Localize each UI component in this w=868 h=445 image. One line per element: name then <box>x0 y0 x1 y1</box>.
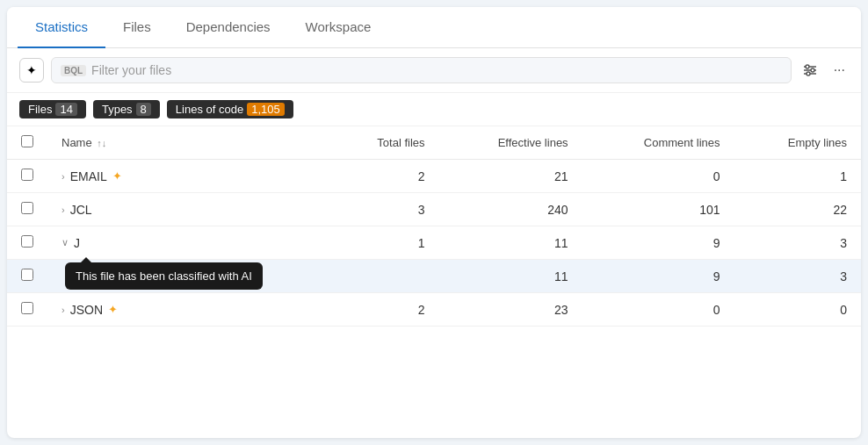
filter-input-wrapper[interactable]: BQL Filter your files <box>51 57 792 83</box>
row-name-cell: › JCL <box>47 193 329 226</box>
pills-row: Files 14 Types 8 Lines of code 1,105 <box>7 93 861 126</box>
effective-lines-cell: 11 <box>439 226 582 260</box>
comment-lines-cell: 101 <box>582 193 734 226</box>
empty-lines-cell: 22 <box>734 193 861 226</box>
filter-placeholder: Filter your files <box>91 63 171 77</box>
table-row: 🗋 _arrayEach ✦ 11 9 3 <box>7 260 861 293</box>
row-checkbox[interactable] <box>21 235 33 248</box>
svg-point-5 <box>807 72 810 75</box>
file-table: Name ↑↓ Total files Effective lines Comm… <box>7 126 861 327</box>
empty-lines-cell: 0 <box>734 293 861 327</box>
comment-lines-cell: 0 <box>582 160 734 193</box>
filter-actions: ··· <box>799 59 849 82</box>
tab-bar: Statistics Files Dependencies Workspace <box>7 7 861 48</box>
row-checkbox-cell[interactable] <box>7 193 47 226</box>
ai-sparkle-icon: ✦ <box>112 169 122 183</box>
empty-lines-cell: 1 <box>734 160 861 193</box>
name-sort-icon: ↑↓ <box>97 138 106 148</box>
row-checkbox[interactable] <box>21 202 33 214</box>
tab-files[interactable]: Files <box>105 7 169 48</box>
name-column-header[interactable]: Name ↑↓ <box>47 126 329 160</box>
comment-lines-cell: 0 <box>582 293 734 327</box>
file-icon: 🗋 <box>79 269 92 284</box>
total-files-cell: 1 <box>329 226 439 260</box>
total-files-cell <box>329 260 439 293</box>
row-checkbox[interactable] <box>21 269 33 281</box>
row-checkbox-cell[interactable] <box>7 293 47 327</box>
row-name-cell: › JSON ✦ <box>47 293 329 327</box>
effective-lines-cell: 23 <box>439 293 582 327</box>
pill-types[interactable]: Types 8 <box>93 100 160 118</box>
more-options-button[interactable]: ··· <box>830 59 849 82</box>
effective-lines-cell: 240 <box>439 193 582 226</box>
comment-lines-cell: 9 <box>582 260 734 293</box>
row-name-cell: › EMAIL ✦ <box>47 160 329 193</box>
effective-lines-cell: 21 <box>439 160 582 193</box>
bql-badge: BQL <box>61 65 86 76</box>
tooltip-container: J This file has been classified with AI <box>74 236 80 250</box>
total-files-cell: 3 <box>329 193 439 226</box>
row-checkbox-cell[interactable] <box>7 260 47 293</box>
row-name-text: JSON <box>70 303 103 317</box>
table-row: ∨ J This file has been classified with A… <box>7 226 861 260</box>
total-files-cell: 2 <box>329 160 439 193</box>
expand-icon[interactable]: ∨ <box>61 237 69 248</box>
row-name-text: JCL <box>70 203 92 217</box>
select-all-checkbox[interactable] <box>21 135 33 147</box>
table-header-row: Name ↑↓ Total files Effective lines Comm… <box>7 126 861 160</box>
pill-types-label: Types <box>102 103 133 116</box>
select-all-header[interactable] <box>7 126 47 160</box>
row-name-text: EMAIL <box>70 169 107 183</box>
effective-lines-column-header[interactable]: Effective lines <box>439 126 582 160</box>
pill-loc-label: Lines of code <box>176 103 243 116</box>
table-row: › JCL 3 240 101 22 <box>7 193 861 226</box>
expand-icon[interactable]: › <box>61 171 65 182</box>
tab-dependencies[interactable]: Dependencies <box>169 7 288 48</box>
file-table-wrapper: Name ↑↓ Total files Effective lines Comm… <box>7 126 861 433</box>
pill-files[interactable]: Files 14 <box>19 100 86 118</box>
row-checkbox[interactable] <box>21 169 33 181</box>
pill-loc-count: 1,105 <box>247 103 285 116</box>
tab-workspace[interactable]: Workspace <box>288 7 389 48</box>
tab-statistics[interactable]: Statistics <box>18 7 105 48</box>
ai-sparkle-icon: ✦ <box>108 303 118 316</box>
svg-point-4 <box>811 68 814 72</box>
empty-lines-cell: 3 <box>734 226 861 260</box>
row-name-text: J <box>74 236 80 250</box>
row-name-cell: 🗋 _arrayEach ✦ <box>47 260 329 293</box>
row-name-cell: ∨ J This file has been classified with A… <box>47 226 329 260</box>
expand-icon[interactable]: › <box>61 205 65 215</box>
total-files-cell: 2 <box>329 293 439 327</box>
empty-lines-cell: 3 <box>734 260 861 293</box>
expand-icon[interactable]: › <box>61 305 65 315</box>
table-row: › JSON ✦ 2 23 0 0 <box>7 293 861 327</box>
ai-sparkle-icon: ✦ <box>166 269 176 283</box>
filter-bar: ✦ BQL Filter your files ··· <box>7 48 861 93</box>
row-checkbox-cell[interactable] <box>7 226 47 260</box>
pill-files-count: 14 <box>55 103 76 116</box>
filter-settings-button[interactable] <box>799 59 821 82</box>
row-checkbox-cell[interactable] <box>7 160 47 193</box>
pill-types-count: 8 <box>136 103 151 116</box>
svg-point-3 <box>806 65 809 68</box>
row-checkbox[interactable] <box>21 302 33 314</box>
empty-lines-column-header[interactable]: Empty lines <box>734 126 861 160</box>
table-row: › EMAIL ✦ 2 21 0 1 <box>7 160 861 193</box>
comment-lines-cell: 9 <box>582 226 734 260</box>
effective-lines-cell: 11 <box>439 260 582 293</box>
ai-sparkle-button[interactable]: ✦ <box>19 58 44 83</box>
pill-loc[interactable]: Lines of code 1,105 <box>167 100 293 118</box>
comment-lines-column-header[interactable]: Comment lines <box>582 126 734 160</box>
pill-files-label: Files <box>28 103 52 116</box>
row-name-text: _arrayEach <box>98 269 161 284</box>
total-files-column-header[interactable]: Total files <box>329 126 439 160</box>
